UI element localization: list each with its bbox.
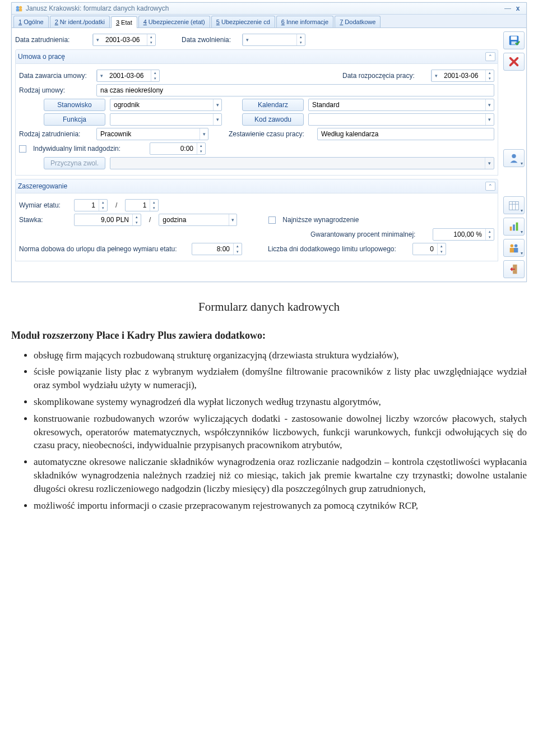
chevron-down-icon[interactable]: ▾ (229, 214, 236, 225)
spin-buttons[interactable]: ▴▾ (147, 34, 155, 45)
article-caption: Formularz danych kadrowych (11, 299, 527, 315)
tab-nr-ident-podatki[interactable]: 2 Nr ident./podatki (50, 16, 110, 27)
data-zatrudnienia-input[interactable] (102, 34, 147, 45)
list-item: obsługę firm mających rozbudowaną strukt… (34, 349, 527, 362)
data-zwolnienia-input[interactable] (252, 34, 296, 45)
app-icon (15, 4, 23, 12)
article: Formularz danych kadrowych Moduł rozszer… (11, 299, 527, 512)
data-zwolnienia-field[interactable]: ▾ ▴▾ (242, 34, 305, 46)
kod-zawodu-field[interactable]: ▾ (308, 113, 494, 126)
chevron-down-icon[interactable]: ▾ (485, 114, 494, 125)
data-zawarcia-input[interactable] (106, 70, 151, 81)
sidebar (502, 28, 526, 282)
tab-ubezpieczenie-etat-[interactable]: 4 Ubezpieczenie (etat) (138, 16, 210, 27)
chevron-down-icon[interactable]: ▾ (200, 128, 208, 140)
calendar-button[interactable] (503, 196, 525, 214)
gwarantowany-field[interactable]: ▴▾ (433, 228, 494, 241)
kod-zawodu-input[interactable] (309, 114, 485, 125)
rodzaj-zatrudnienia-field[interactable]: ▾ (96, 128, 208, 140)
minimize-button[interactable]: — (503, 4, 513, 12)
chevron-down-icon[interactable]: ▾ (243, 34, 252, 45)
chevron-down-icon[interactable]: ▾ (213, 99, 221, 110)
label-gwarantowany: Gwarantowany procent minimalnej: (310, 231, 428, 238)
stanowisko-button[interactable]: Stanowisko (44, 99, 105, 111)
cancel-button[interactable] (503, 53, 525, 71)
limit-field[interactable]: ▴▾ (150, 142, 206, 155)
kalendarz-button[interactable]: Kalendarz (242, 99, 304, 111)
limit-checkbox[interactable] (19, 145, 26, 153)
liczba-dni-field[interactable]: ▴▾ (412, 243, 446, 255)
limit-input[interactable] (150, 143, 197, 154)
stanowisko-field[interactable]: ▾ (110, 99, 222, 111)
label-norma: Norma dobowa do urlopu dla pełnego wymia… (19, 245, 187, 253)
wymiar-a-field[interactable]: ▴▾ (74, 199, 108, 211)
chart-button[interactable] (503, 218, 525, 236)
svg-point-0 (16, 6, 19, 9)
rodzaj-umowy-field[interactable] (96, 84, 494, 96)
zestawienie-field[interactable] (317, 128, 494, 140)
titlebar: Janusz Krakowski: formularz danych kadro… (12, 3, 526, 15)
tab-ubezpieczenie-cd[interactable]: 5 Ubezpieczenie cd (211, 16, 275, 27)
list-item: możliwość importu informacji o czasie pr… (34, 499, 527, 513)
chevron-down-icon[interactable]: ▾ (97, 70, 106, 81)
kalendarz-field[interactable]: ▾ (308, 99, 494, 111)
chevron-down-icon[interactable]: ▾ (485, 99, 494, 110)
close-button[interactable]: x (513, 4, 523, 12)
svg-rect-13 (513, 224, 515, 231)
stawka-unit-field[interactable]: ▾ (159, 214, 237, 226)
spin-buttons[interactable]: ▴▾ (296, 34, 305, 45)
svg-point-15 (511, 245, 514, 248)
rodzaj-umowy-input[interactable] (97, 85, 494, 96)
svg-rect-17 (510, 248, 514, 252)
funkcja-field[interactable]: ▾ (110, 113, 222, 126)
group-umowa-title: Umowa o pracę (18, 53, 65, 61)
data-zawarcia-field[interactable]: ▾ ▴▾ (96, 70, 160, 82)
chevron-down-icon[interactable]: ▾ (213, 114, 221, 125)
funkcja-button[interactable]: Funkcja (44, 113, 105, 126)
stawka-unit-input[interactable] (159, 214, 229, 225)
data-rozpoczecia-input[interactable] (440, 70, 485, 81)
collapse-button[interactable]: ⌃ (485, 52, 495, 61)
norma-field[interactable]: ▴▾ (192, 243, 242, 255)
kod-zawodu-button[interactable]: Kod zawodu (242, 113, 304, 126)
collapse-button[interactable]: ⌃ (485, 182, 495, 191)
svg-rect-3 (19, 9, 22, 11)
tab-etat[interactable]: 3 Etat (111, 16, 137, 28)
wymiar-b-field[interactable]: ▴▾ (125, 199, 159, 211)
group-zaszeregowanie: Wymiar etatu: ▴▾ / ▴▾ Stawka: ▴▾ (15, 193, 498, 261)
rodzaj-zatrudnienia-input[interactable] (97, 128, 200, 140)
people-button[interactable] (503, 239, 525, 257)
kalendarz-input[interactable] (309, 99, 485, 110)
funkcja-input[interactable] (110, 114, 213, 125)
tab-inne-informacje[interactable]: 6 Inne informacje (276, 16, 333, 27)
tab-dodatkowe[interactable]: 7 Dodatkowe (335, 16, 381, 27)
stanowisko-input[interactable] (110, 99, 213, 110)
person-button[interactable] (503, 149, 525, 167)
zestawienie-input[interactable] (318, 128, 494, 140)
data-zatrudnienia-field[interactable]: ▾ ▴▾ (92, 34, 156, 46)
group-zaszeregowanie-header: Zaszeregowanie ⌃ (15, 179, 498, 193)
save-button[interactable] (503, 31, 525, 49)
najnizsze-checkbox[interactable] (268, 216, 276, 224)
slash-separator: / (112, 201, 120, 209)
tab-og-lne[interactable]: 1 Ogólne (13, 16, 49, 27)
chevron-down-icon[interactable]: ▾ (93, 34, 102, 45)
label-data-zawarcia: Data zawarcia umowy: (19, 72, 92, 80)
group-zaszeregowanie-title: Zaszeregowanie (18, 182, 67, 190)
exit-button[interactable] (503, 260, 525, 278)
data-rozpoczecia-field[interactable]: ▾ ▴▾ (431, 70, 494, 82)
svg-point-16 (514, 245, 518, 248)
stawka-input[interactable] (75, 214, 132, 225)
svg-point-7 (512, 154, 516, 158)
wymiar-b-input[interactable] (126, 200, 150, 211)
wymiar-a-input[interactable] (75, 200, 99, 211)
stawka-field[interactable]: ▴▾ (74, 214, 141, 226)
liczba-dni-input[interactable] (413, 243, 437, 255)
gwarantowany-input[interactable] (433, 229, 485, 240)
svg-rect-2 (16, 9, 19, 11)
article-heading: Moduł rozszerzony Płace i Kadry Plus zaw… (11, 329, 527, 343)
label-data-zwolnienia: Data zwolnienia: (182, 36, 238, 44)
chevron-down-icon[interactable]: ▾ (432, 70, 440, 81)
list-item: skomplikowane systemy wynagrodzeń dla wy… (34, 395, 527, 409)
norma-input[interactable] (192, 243, 233, 255)
